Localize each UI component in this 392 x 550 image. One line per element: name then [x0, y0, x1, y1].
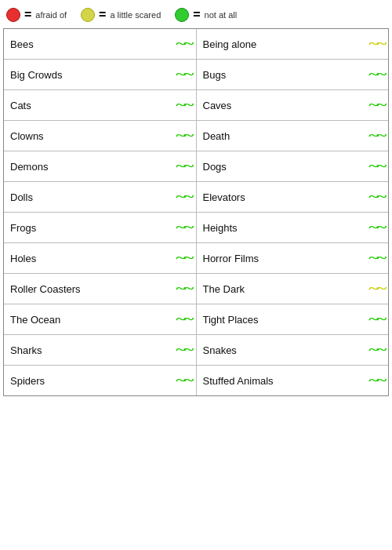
legend: = afraid of = a little scared = not at a…	[0, 0, 392, 27]
table-row: Dolls ~~ Elevators ~~	[4, 182, 388, 213]
eq-3: =	[193, 8, 200, 22]
table-row: Bees ~~ Being alone ~~	[4, 29, 388, 60]
yellow-circle	[81, 8, 95, 22]
right-label: Tight Places	[203, 314, 259, 326]
eq-1: =	[24, 8, 31, 22]
left-cell: The Ocean ~~	[4, 304, 197, 334]
table-row: Frogs ~~ Heights ~~	[4, 213, 388, 243]
right-label: Being alone	[203, 38, 257, 50]
left-check: ~~	[176, 343, 192, 357]
left-check: ~~	[176, 67, 192, 82]
left-label: Sharks	[10, 344, 42, 356]
left-cell: Sharks ~~	[4, 335, 197, 365]
right-cell: Tight Places ~~	[197, 304, 389, 334]
right-cell: Caves ~~	[197, 90, 389, 120]
left-cell: Dolls ~~	[4, 182, 197, 212]
right-check: ~~	[368, 343, 384, 357]
right-cell: Stuffed Animals ~~	[197, 366, 389, 395]
right-check: ~~	[368, 159, 384, 173]
left-check: ~~	[176, 37, 192, 51]
left-cell: Cats ~~	[4, 90, 197, 120]
left-check: ~~	[176, 251, 192, 265]
left-check: ~~	[176, 312, 192, 326]
right-check: ~~	[368, 67, 384, 82]
left-label: Cats	[10, 100, 31, 111]
table-row: Big Crowds ~~ Bugs ~~	[4, 60, 388, 90]
left-label: Frogs	[10, 222, 36, 234]
table-row: Holes ~~ Horror Films ~~	[4, 243, 388, 274]
left-check: ~~	[176, 190, 192, 204]
table-row: Sharks ~~ Snakes ~~	[4, 335, 388, 366]
table-row: Clowns ~~ Death ~~	[4, 121, 388, 151]
right-cell: Bugs ~~	[197, 60, 389, 89]
right-label: Stuffed Animals	[203, 375, 274, 387]
right-cell: Death ~~	[197, 121, 389, 151]
right-cell: Being alone ~~	[197, 29, 389, 59]
left-cell: Holes ~~	[4, 243, 197, 273]
left-cell: Frogs ~~	[4, 213, 197, 242]
right-label: The Dark	[203, 283, 245, 295]
left-label: Spiders	[10, 375, 45, 387]
left-check: ~~	[176, 220, 192, 235]
afraid-label: afraid of	[35, 10, 67, 20]
left-check: ~~	[176, 98, 192, 112]
right-check: ~~	[368, 312, 384, 326]
right-label: Dogs	[203, 161, 227, 173]
right-cell: Dogs ~~	[197, 151, 389, 181]
left-label: Demons	[10, 161, 48, 173]
table-row: Cats ~~ Caves ~~	[4, 90, 388, 121]
right-label: Snakes	[203, 344, 237, 356]
right-label: Horror Films	[203, 253, 260, 264]
left-check: ~~	[176, 282, 192, 296]
eq-2: =	[99, 8, 106, 22]
legend-little-scared: = a little scared	[81, 8, 161, 22]
left-cell: Clowns ~~	[4, 121, 197, 151]
left-check: ~~	[176, 129, 192, 143]
table-row: Spiders ~~ Stuffed Animals ~~	[4, 366, 388, 395]
right-check: ~~	[368, 220, 384, 235]
table-row: The Ocean ~~ Tight Places ~~	[4, 304, 388, 335]
left-cell: Spiders ~~	[4, 366, 197, 395]
left-label: Dolls	[10, 191, 33, 203]
right-check: ~~	[368, 190, 384, 204]
right-label: Caves	[203, 100, 232, 111]
right-check: ~~	[368, 37, 384, 51]
red-circle	[6, 8, 20, 22]
right-check: ~~	[368, 129, 384, 143]
right-check: ~~	[368, 373, 384, 388]
left-cell: Big Crowds ~~	[4, 60, 197, 89]
left-label: Big Crowds	[10, 69, 62, 81]
left-label: The Ocean	[10, 314, 60, 326]
fears-table: Bees ~~ Being alone ~~ Big Crowds ~~ Bug…	[3, 28, 389, 396]
left-label: Bees	[10, 38, 34, 50]
not-at-all-label: not at all	[205, 10, 238, 20]
table-row: Roller Coasters ~~ The Dark ~~	[4, 274, 388, 304]
left-cell: Roller Coasters ~~	[4, 274, 197, 304]
left-check: ~~	[176, 159, 192, 173]
right-cell: Snakes ~~	[197, 335, 389, 365]
right-cell: Horror Films ~~	[197, 243, 389, 273]
left-cell: Bees ~~	[4, 29, 197, 59]
right-label: Death	[203, 130, 230, 142]
right-check: ~~	[368, 98, 384, 112]
right-check: ~~	[368, 251, 384, 265]
right-label: Heights	[203, 222, 238, 234]
right-cell: Heights ~~	[197, 213, 389, 242]
right-cell: The Dark ~~	[197, 274, 389, 304]
right-check: ~~	[368, 282, 384, 296]
little-scared-label: a little scared	[110, 10, 161, 20]
right-cell: Elevators ~~	[197, 182, 389, 212]
left-label: Holes	[10, 253, 36, 264]
left-check: ~~	[176, 373, 192, 388]
table-row: Demons ~~ Dogs ~~	[4, 151, 388, 182]
right-label: Elevators	[203, 191, 245, 203]
legend-not-at-all: = not at all	[175, 8, 237, 22]
green-circle	[175, 8, 189, 22]
right-label: Bugs	[203, 69, 227, 81]
legend-afraid: = afraid of	[6, 8, 67, 22]
left-label: Roller Coasters	[10, 283, 81, 295]
left-label: Clowns	[10, 130, 44, 142]
left-cell: Demons ~~	[4, 151, 197, 181]
